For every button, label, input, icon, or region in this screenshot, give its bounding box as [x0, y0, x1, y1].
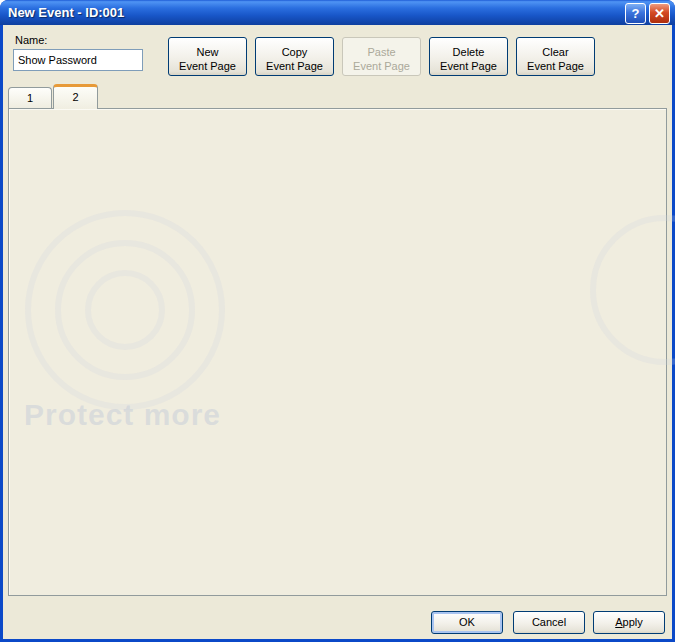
tab-panel — [8, 108, 667, 596]
window-title: New Event - ID:001 — [8, 0, 124, 25]
cancel-button[interactable]: Cancel — [513, 611, 585, 634]
title-bar[interactable]: New Event - ID:001 ? ✕ — [0, 0, 675, 25]
help-icon[interactable]: ? — [625, 3, 646, 24]
clear-event-page-button[interactable]: ClearEvent Page — [516, 37, 595, 76]
new-event-page-button[interactable]: NewEvent Page — [168, 37, 247, 76]
ok-button[interactable]: OK — [431, 611, 503, 634]
delete-event-page-button[interactable]: DeleteEvent Page — [429, 37, 508, 76]
new-event-dialog: New Event - ID:001 ? ✕ Name: NewEvent Pa… — [0, 0, 675, 642]
close-icon[interactable]: ✕ — [649, 3, 670, 24]
apply-button[interactable]: Apply — [593, 611, 665, 634]
paste-event-page-button: PasteEvent Page — [342, 37, 421, 76]
tab-page-1[interactable]: 1 — [8, 87, 52, 108]
event-name-input[interactable] — [13, 49, 143, 71]
copy-event-page-button[interactable]: CopyEvent Page — [255, 37, 334, 76]
tab-page-2[interactable]: 2 — [53, 84, 98, 109]
name-label: Name: — [15, 34, 47, 46]
